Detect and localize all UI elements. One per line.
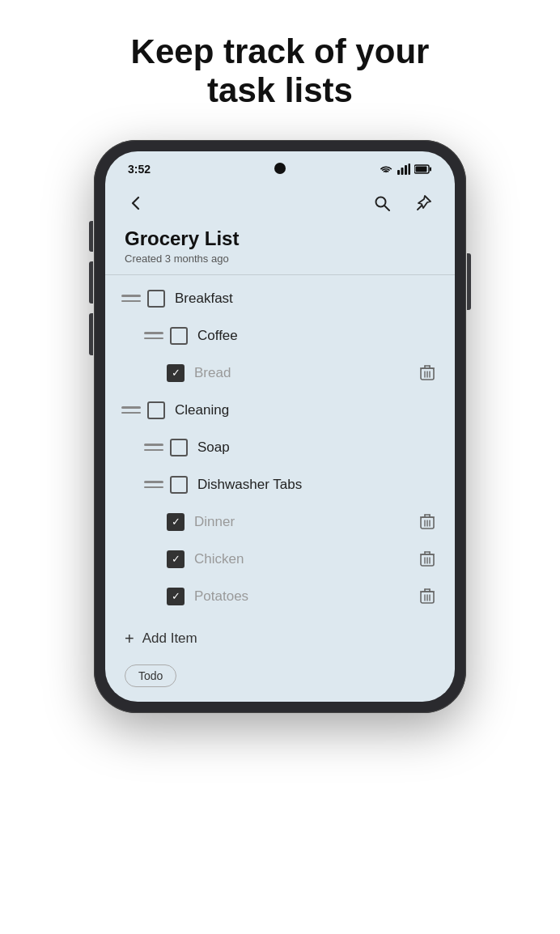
checkbox-chicken[interactable]: ✓ [167, 550, 185, 568]
checkbox-dinner[interactable]: ✓ [167, 513, 185, 531]
task-row: Soap [105, 429, 455, 466]
task-label-coffee: Coffee [197, 328, 439, 344]
svg-rect-3 [409, 163, 411, 175]
app-bar-actions [367, 189, 439, 218]
checkbox-coffee[interactable] [170, 327, 188, 345]
task-label-cleaning: Cleaning [175, 402, 439, 418]
add-item-row[interactable]: + Add Item [105, 620, 455, 661]
svg-rect-0 [397, 170, 400, 175]
list-subtitle: Created 3 months ago [125, 253, 435, 265]
delete-chicken-button[interactable] [416, 548, 439, 571]
task-row: Coffee [105, 317, 455, 354]
checkmark-icon: ✓ [172, 516, 180, 527]
headline-line1: Keep track of your [131, 32, 430, 70]
signal-icon [397, 163, 410, 175]
drag-handle[interactable] [144, 477, 163, 493]
drag-handle[interactable] [121, 291, 141, 307]
checkmark-icon: ✓ [172, 591, 180, 601]
status-icons [379, 163, 432, 175]
search-icon [373, 194, 391, 212]
drag-handle[interactable] [121, 402, 141, 418]
task-row: Cleaning [105, 392, 455, 429]
status-bar: 3:52 [105, 151, 455, 180]
task-row: ✓ Potatoes [105, 578, 455, 615]
page-headline: Keep track of your task lists [99, 32, 462, 111]
task-label-breakfast: Breakfast [175, 291, 439, 307]
task-label-bread: Bread [194, 365, 416, 381]
task-label-potatoes: Potatoes [194, 588, 416, 605]
task-row: Dishwasher Tabs [105, 466, 455, 503]
trash-icon [420, 588, 435, 605]
phone-screen: 3:52 [105, 151, 455, 702]
task-row: ✓ Chicken [105, 541, 455, 578]
pin-icon [415, 194, 433, 212]
task-label-chicken: Chicken [194, 551, 416, 567]
camera-notch [274, 163, 286, 174]
checkbox-cleaning[interactable] [147, 401, 165, 419]
trash-icon [420, 514, 435, 530]
phone-wrapper: 3:52 [94, 140, 466, 713]
bottom-bar: Todo [105, 661, 455, 702]
task-row: ✓ Dinner [105, 503, 455, 541]
svg-rect-6 [416, 166, 427, 172]
search-button[interactable] [367, 189, 397, 218]
checkbox-dishwasher[interactable] [170, 476, 188, 494]
svg-rect-5 [430, 167, 431, 171]
checkbox-breakfast[interactable] [147, 290, 165, 308]
list-header: Grocery List Created 3 months ago [105, 224, 455, 275]
task-row: Breakfast [105, 280, 455, 317]
volume-down-button [89, 313, 93, 355]
drag-handle[interactable] [144, 439, 163, 456]
back-icon [127, 194, 145, 212]
checkbox-potatoes[interactable]: ✓ [167, 588, 185, 605]
checkbox-soap[interactable] [170, 439, 188, 456]
svg-rect-1 [401, 168, 404, 175]
app-bar [105, 180, 455, 224]
svg-line-9 [418, 206, 422, 210]
svg-line-8 [384, 206, 389, 210]
task-label-dishwasher: Dishwasher Tabs [197, 477, 439, 493]
add-icon: + [125, 630, 134, 648]
power-button [467, 253, 471, 310]
delete-dinner-button[interactable] [416, 511, 439, 533]
checkmark-icon: ✓ [172, 367, 180, 378]
todo-pill[interactable]: Todo [125, 664, 176, 687]
task-list: Breakfast Coffee ✓ Bread [105, 275, 455, 620]
list-title: Grocery List [125, 227, 435, 250]
volume-up-button [89, 261, 93, 304]
trash-icon [420, 551, 435, 567]
back-button[interactable] [121, 189, 151, 218]
headline-line2: task lists [207, 71, 353, 109]
trash-icon [420, 365, 435, 381]
task-row: ✓ Bread [105, 354, 455, 392]
checkbox-bread[interactable]: ✓ [167, 364, 185, 382]
drag-handle[interactable] [144, 328, 163, 344]
checkmark-icon: ✓ [172, 554, 180, 564]
delete-potatoes-button[interactable] [416, 585, 439, 608]
add-item-label: Add Item [142, 630, 197, 647]
battery-icon [414, 164, 432, 174]
task-label-dinner: Dinner [194, 514, 416, 530]
wifi-icon [379, 163, 393, 175]
svg-rect-2 [405, 165, 407, 175]
mute-button [89, 221, 93, 252]
status-time: 3:52 [128, 163, 151, 176]
todo-pill-label: Todo [138, 669, 163, 682]
delete-bread-button[interactable] [416, 362, 439, 384]
pin-button[interactable] [409, 189, 439, 218]
task-label-soap: Soap [197, 439, 439, 456]
phone-shell: 3:52 [94, 140, 466, 713]
